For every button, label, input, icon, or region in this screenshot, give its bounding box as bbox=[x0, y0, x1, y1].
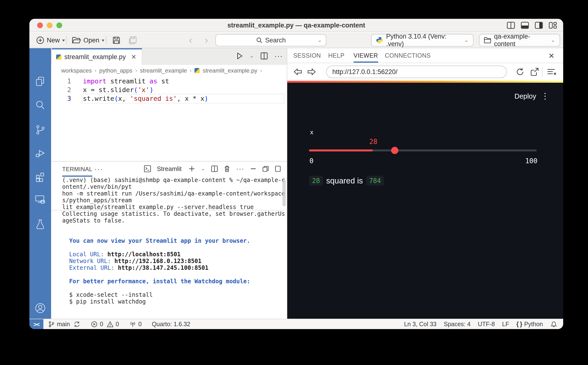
terminal-line bbox=[62, 244, 280, 251]
breadcrumb[interactable]: workspaces›python_apps›streamlit_example… bbox=[61, 65, 262, 76]
terminal-options-chevron-icon[interactable]: ⌄ bbox=[201, 166, 205, 171]
nav-divider bbox=[542, 67, 542, 77]
terminal-line: For better performance, install the Watc… bbox=[62, 278, 280, 285]
cursor-position-status[interactable]: Ln 3, Col 33 bbox=[404, 321, 437, 328]
panel-tab-session[interactable]: SESSION bbox=[293, 48, 321, 63]
terminal-line: $ xcode-select --install bbox=[62, 291, 280, 298]
panel-tab-viewer[interactable]: VIEWER bbox=[353, 48, 378, 63]
interpreter-label: Python 3.10.4 (Venv: .venv) bbox=[386, 33, 461, 48]
restore-panel-icon[interactable] bbox=[262, 165, 269, 172]
breadcrumb-separator: › bbox=[95, 68, 97, 74]
language-mode-status[interactable]: { } Python bbox=[516, 321, 543, 328]
terminal-line: (.venv) (base) sashimi@shmbp qa-example-… bbox=[62, 177, 280, 183]
output-text: squared is bbox=[326, 176, 363, 185]
split-terminal-icon[interactable] bbox=[211, 165, 218, 172]
warnings-count: 0 bbox=[116, 321, 119, 328]
run-options-chevron-icon[interactable]: ⌄ bbox=[250, 54, 254, 59]
testing-icon[interactable] bbox=[35, 218, 46, 230]
terminal-more-icon[interactable]: ··· bbox=[236, 165, 244, 173]
panel-tab-help[interactable]: HELP bbox=[328, 48, 344, 63]
encoding-status[interactable]: UTF-8 bbox=[478, 321, 495, 328]
indentation-status[interactable]: Spaces: 4 bbox=[444, 321, 470, 328]
python-file-icon bbox=[56, 55, 62, 60]
toggle-secondary-sidebar-icon[interactable] bbox=[535, 21, 543, 29]
main-toolbar: New ▾ Open ▾ ‹ › Search ⌄ bbox=[29, 32, 563, 48]
breadcrumb-item[interactable]: workspaces bbox=[61, 67, 92, 74]
eol-status[interactable]: LF bbox=[502, 321, 509, 328]
folder-icon bbox=[484, 37, 491, 44]
new-button[interactable]: New ▾ bbox=[34, 34, 67, 47]
customize-layout-icon[interactable] bbox=[549, 21, 557, 29]
breadcrumb-item[interactable]: streamlit_example bbox=[140, 67, 187, 74]
breadcrumb-separator: › bbox=[190, 68, 192, 74]
source-control-icon[interactable] bbox=[35, 124, 46, 135]
warnings-status[interactable]: 0 bbox=[106, 321, 119, 328]
history-forward-icon[interactable]: › bbox=[205, 35, 208, 46]
tab-close-icon[interactable]: ✕ bbox=[131, 53, 136, 61]
errors-count: 0 bbox=[100, 321, 103, 328]
viewer-forward-icon[interactable] bbox=[307, 67, 316, 77]
tab-streamlit-example[interactable]: streamlit_example.py ✕ bbox=[52, 48, 142, 65]
breadcrumb-item[interactable]: streamlit_example.py bbox=[203, 67, 257, 74]
toggle-panel-icon[interactable] bbox=[521, 21, 529, 29]
git-branch-status[interactable]: main bbox=[48, 321, 70, 328]
extensions-icon[interactable] bbox=[35, 171, 46, 183]
minimize-panel-icon[interactable] bbox=[250, 166, 256, 172]
new-terminal-icon[interactable] bbox=[188, 165, 195, 172]
terminal-tab[interactable]: TERMINAL bbox=[62, 166, 92, 177]
terminal-scrollbar[interactable] bbox=[283, 179, 286, 206]
slider-track-fill bbox=[309, 149, 373, 151]
remote-explorer-icon[interactable] bbox=[35, 194, 46, 205]
braces-icon: { } bbox=[516, 321, 522, 328]
clear-viewer-icon[interactable] bbox=[546, 67, 557, 77]
toolbar-divider bbox=[106, 36, 106, 44]
toggle-sidebar-icon[interactable] bbox=[507, 21, 515, 29]
viewer-back-icon[interactable] bbox=[293, 67, 303, 77]
viewer-url-input[interactable] bbox=[332, 67, 503, 77]
panel-close-icon[interactable]: ✕ bbox=[548, 52, 554, 60]
streamlit-app-viewer: Deploy ⋮ x 28 0 100 28 squared is 784 bbox=[287, 83, 563, 319]
chevron-down-icon: ▾ bbox=[102, 38, 104, 43]
run-debug-icon[interactable] bbox=[35, 147, 46, 159]
editor-more-actions-icon[interactable]: ··· bbox=[274, 52, 283, 60]
open-in-browser-icon[interactable] bbox=[530, 67, 539, 77]
code-line: 3st.write(x, 'squared is', x * x) bbox=[51, 94, 287, 103]
search-sidebar-icon[interactable] bbox=[35, 99, 46, 111]
search-input[interactable]: Search ⌄ bbox=[215, 34, 326, 46]
notifications-bell-icon[interactable] bbox=[550, 321, 557, 328]
save-all-button[interactable] bbox=[126, 34, 139, 47]
explorer-icon[interactable] bbox=[35, 76, 46, 87]
viewer-reload-icon[interactable] bbox=[515, 67, 525, 77]
activity-bar bbox=[29, 48, 51, 319]
quarto-status[interactable]: Quarto: 1.6.32 bbox=[152, 321, 190, 328]
streamlit-menu-icon[interactable]: ⋮ bbox=[541, 92, 549, 100]
ports-status[interactable]: 0 bbox=[129, 321, 142, 328]
line-number: 3 bbox=[51, 94, 71, 103]
workspace-select[interactable]: qa-example-content ⌄ bbox=[479, 34, 560, 47]
remote-indicator[interactable]: >< bbox=[29, 319, 43, 329]
slider-thumb[interactable] bbox=[391, 147, 398, 154]
code-editor[interactable]: 1import streamlit as st2x = st.slider('x… bbox=[51, 77, 287, 103]
run-file-button[interactable] bbox=[236, 52, 243, 60]
kill-terminal-icon[interactable] bbox=[224, 165, 230, 172]
history-back-icon[interactable]: ‹ bbox=[189, 35, 192, 46]
status-bar: >< main 0 0 0 bbox=[29, 319, 563, 329]
errors-status[interactable]: 0 bbox=[91, 321, 103, 328]
open-button[interactable]: Open ▾ bbox=[70, 34, 106, 47]
terminal-output[interactable]: (.venv) (base) sashimi@shmbp qa-example-… bbox=[62, 177, 280, 305]
panel-tab-connections[interactable]: CONNECTIONS bbox=[385, 48, 431, 63]
slider-track[interactable] bbox=[309, 149, 537, 151]
split-editor-icon[interactable] bbox=[260, 52, 268, 60]
save-button[interactable] bbox=[110, 34, 122, 47]
sync-status[interactable] bbox=[73, 321, 81, 328]
account-icon[interactable] bbox=[35, 302, 46, 314]
viewer-url-field[interactable] bbox=[326, 66, 507, 78]
viewer-nav-bar bbox=[287, 63, 563, 81]
maximize-panel-icon[interactable] bbox=[275, 165, 281, 172]
deploy-button[interactable]: Deploy bbox=[514, 92, 536, 100]
ide-window: streamlit_example.py — qa-example-conten… bbox=[29, 19, 563, 329]
panel-more-icon[interactable]: ··· bbox=[95, 165, 103, 173]
interpreter-select[interactable]: Python 3.10.4 (Venv: .venv) ⌄ bbox=[371, 34, 474, 47]
breadcrumb-item[interactable]: python_apps bbox=[99, 67, 132, 74]
slider-max-label: 100 bbox=[519, 157, 537, 165]
